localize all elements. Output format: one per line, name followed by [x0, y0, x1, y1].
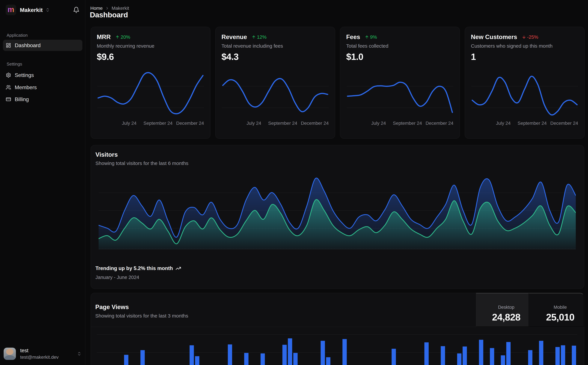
breadcrumb: Home Makerkit	[90, 6, 129, 11]
toggle-label: Mobile	[537, 305, 584, 310]
toggle-value: 24,828	[484, 312, 529, 323]
workspace-name: Makerkit	[20, 7, 43, 13]
makerkit-logo: m	[6, 5, 16, 15]
avatar	[4, 348, 16, 360]
breadcrumb-current: Makerkit	[112, 6, 129, 11]
stat-title: Revenue	[221, 34, 247, 41]
stat-card-header: New Customers -25%	[471, 34, 578, 41]
toggle-value: 25,010	[537, 312, 584, 323]
x-tick: July 24	[371, 121, 386, 126]
stat-title: MRR	[97, 34, 111, 41]
stat-card-mrr: MRR 20% Monthly recurring revenue $9.6 J…	[91, 27, 210, 139]
stat-value: $1.0	[346, 51, 363, 62]
visitors-footer-secondary: January - June 2024	[96, 275, 139, 280]
logo-letter: m	[8, 6, 14, 13]
user-name: test	[20, 348, 59, 354]
x-tick: December 24	[426, 121, 453, 126]
x-axis-labels: July 24 September 24 December 24	[97, 121, 204, 126]
stat-description: Customers who signed up this month	[471, 43, 553, 49]
toggle-desktop[interactable]: Desktop 24,828	[476, 293, 529, 327]
stat-description: Total revenue including fees	[221, 43, 283, 49]
users-icon	[6, 85, 11, 90]
stat-card-header: MRR 20%	[97, 34, 204, 41]
x-tick: July 24	[246, 121, 261, 126]
bell-icon	[73, 7, 80, 13]
notifications-button[interactable]	[73, 7, 80, 13]
new-customers-sparkline-chart	[471, 70, 578, 117]
sidebar-item-label: Settings	[15, 72, 34, 78]
revenue-sparkline-chart	[222, 70, 329, 117]
dashboard-page: { "sidebar": { "workspace": { "logo_lett…	[0, 0, 588, 365]
visitors-footer-primary: Trending up by 5.2% this month	[96, 265, 181, 271]
workspace-switcher[interactable]: m Makerkit	[6, 4, 80, 16]
x-tick: December 24	[301, 121, 329, 126]
page-title: Dashboard	[90, 11, 128, 19]
stat-card-header: Fees 9%	[346, 34, 454, 41]
credit-card-icon	[6, 97, 11, 102]
page-views-title: Page Views	[95, 304, 129, 311]
x-axis-labels: July 24 September 24 December 24	[471, 121, 578, 126]
footer-text: Trending up by 5.2% this month	[96, 265, 173, 271]
trending-up-icon	[175, 266, 181, 271]
mrr-sparkline-chart	[97, 70, 204, 117]
page-views-subtitle: Showing total visitors for the last 3 mo…	[95, 313, 188, 319]
sidebar-item-settings[interactable]: Settings	[3, 70, 82, 81]
x-tick: July 24	[496, 121, 511, 126]
toggle-label: Desktop	[484, 305, 529, 310]
x-tick: September 24	[268, 121, 297, 126]
stat-card-header: Revenue 12%	[221, 34, 329, 41]
stat-card-fees: Fees 9% Total fees collected $1.0 July 2…	[340, 27, 460, 139]
chevrons-up-down-icon	[77, 351, 82, 356]
page-views-bar-chart	[97, 328, 577, 365]
x-tick: July 24	[122, 121, 137, 126]
x-tick: December 24	[550, 121, 578, 126]
trend-value: -25%	[527, 35, 538, 40]
arrow-up-icon	[115, 35, 120, 39]
user-meta: test test@makerkit.dev	[20, 348, 59, 360]
stat-value: $9.6	[97, 51, 114, 62]
user-menu[interactable]: test test@makerkit.dev	[4, 345, 82, 362]
x-tick: September 24	[518, 121, 547, 126]
trend-badge: 12%	[252, 35, 266, 40]
stat-card-revenue: Revenue 12% Total revenue including fees…	[215, 27, 335, 139]
x-tick: September 24	[393, 121, 422, 126]
x-axis-labels: July 24 September 24 December 24	[346, 121, 453, 126]
stat-card-new-customers: New Customers -25% Customers who signed …	[465, 27, 585, 139]
x-axis-labels: July 24 September 24 December 24	[222, 121, 329, 126]
user-email: test@makerkit.dev	[20, 355, 59, 360]
arrow-up-icon	[365, 35, 369, 39]
stat-title: New Customers	[471, 34, 517, 41]
stat-value: 1	[471, 51, 476, 62]
trend-value: 9%	[370, 35, 377, 40]
stat-value: $4.3	[221, 51, 239, 62]
chevrons-up-down-icon	[45, 8, 50, 12]
sidebar-item-members[interactable]: Members	[3, 82, 82, 93]
sidebar: m Makerkit Application Dashboard Setting…	[0, 0, 85, 365]
visitors-subtitle: Showing total visitors for the last 6 mo…	[96, 161, 188, 166]
sidebar-item-label: Dashboard	[15, 42, 41, 49]
trend-value: 12%	[257, 35, 266, 40]
x-tick: December 24	[176, 121, 204, 126]
visitors-title: Visitors	[96, 151, 118, 158]
breadcrumb-home[interactable]: Home	[90, 6, 103, 11]
layout-dashboard-icon	[6, 43, 11, 48]
toggle-mobile[interactable]: Mobile 25,010	[529, 293, 584, 327]
visitors-card: Visitors Showing total visitors for the …	[91, 145, 584, 289]
visitors-area-chart	[99, 174, 576, 249]
stat-description: Monthly recurring revenue	[97, 43, 154, 49]
x-tick: September 24	[143, 121, 173, 126]
sidebar-item-dashboard[interactable]: Dashboard	[3, 40, 82, 51]
trend-badge: 9%	[365, 35, 377, 40]
section-label-settings: Settings	[7, 62, 22, 67]
stat-description: Total fees collected	[346, 43, 388, 49]
section-label-application: Application	[7, 33, 28, 38]
arrow-down-icon	[522, 35, 526, 39]
trend-badge: -25%	[522, 35, 538, 40]
chevron-right-icon	[105, 6, 109, 10]
stat-title: Fees	[346, 34, 360, 41]
fees-sparkline-chart	[346, 70, 453, 117]
sidebar-item-label: Members	[15, 84, 37, 91]
arrow-up-icon	[252, 35, 256, 39]
sidebar-item-billing[interactable]: Billing	[3, 94, 82, 105]
trend-badge: 20%	[115, 35, 130, 40]
